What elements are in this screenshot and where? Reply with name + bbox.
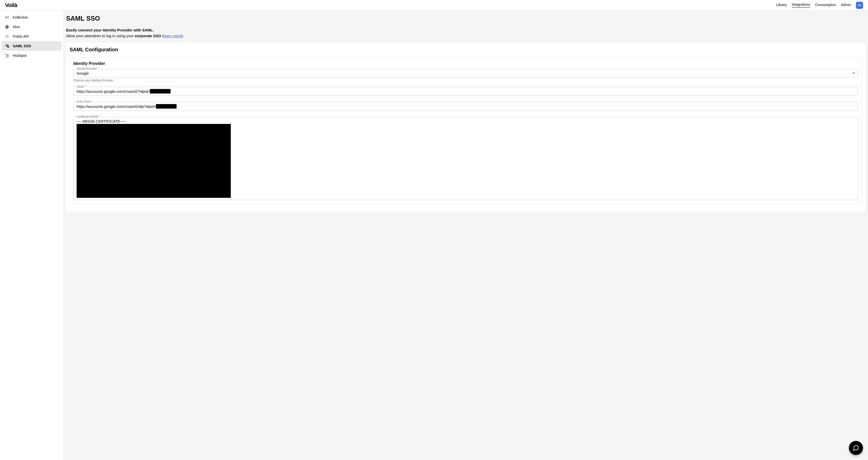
sidebar-item-label: HubSpot	[13, 54, 26, 58]
entry-point-input[interactable]: https://accounts.google.com/o/saml2/idp?…	[73, 102, 858, 111]
entry-point-prefix: https://accounts.google.com/o/saml2/idp?…	[76, 104, 156, 109]
identity-provider-select[interactable]: Google	[73, 69, 858, 78]
svg-point-10	[6, 57, 6, 58]
sidebar-item-saml-sso[interactable]: SAML SSO	[2, 41, 62, 51]
chat-icon	[853, 445, 859, 451]
field-label: Identity Provider *	[76, 67, 100, 70]
hive-icon: H	[5, 25, 9, 29]
top-nav: Library Integrations Consumption Admin D…	[776, 2, 863, 9]
api-icon	[5, 34, 9, 39]
sidebar-item-hive[interactable]: H Hive	[2, 22, 62, 32]
nav-library[interactable]: Library	[776, 3, 787, 7]
hubspot-icon	[5, 53, 9, 58]
learn-more-link[interactable]: learn more	[163, 34, 182, 38]
issuer-field: Issuer * https://accounts.google.com/o/s…	[73, 87, 858, 96]
user-avatar[interactable]: DB	[856, 2, 863, 9]
certificate-textarea[interactable]: -----BEGIN CERTIFICATE-----	[73, 117, 858, 200]
svg-text:H: H	[6, 26, 8, 28]
field-label: Issuer *	[76, 85, 87, 88]
certificate-field: Certificate (PEM) * -----BEGIN CERTIFICA…	[73, 117, 858, 200]
redacted-block	[150, 89, 170, 93]
cert-begin-line: -----BEGIN CERTIFICATE-----	[76, 119, 855, 123]
issuer-prefix: https://accounts.google.com/o/saml2?idpi…	[76, 89, 150, 93]
sidebar-item-label: Kollective	[13, 15, 28, 19]
main-content: SAML SSO Easily connect your Identity Pr…	[64, 10, 868, 460]
issuer-input[interactable]: https://accounts.google.com/o/saml2?idpi…	[73, 87, 858, 96]
field-label: Entry Point *	[76, 100, 93, 103]
page-intro: Easily connect your Identity Provider wi…	[66, 27, 866, 39]
panel-title: Identity Provider	[73, 61, 858, 66]
sidebar-item-kollective[interactable]: Kollective	[2, 12, 62, 22]
field-label: Certificate (PEM) *	[76, 115, 101, 118]
identity-provider-panel: Identity Provider Identity Provider * Go…	[69, 58, 862, 204]
nav-admin[interactable]: Admin	[841, 3, 851, 7]
redacted-block	[76, 124, 231, 198]
kollective-icon	[5, 15, 9, 20]
entry-point-field: Entry Point * https://accounts.google.co…	[73, 102, 858, 111]
svg-point-6	[6, 46, 8, 47]
page-title: SAML SSO	[66, 15, 866, 22]
help-fab[interactable]	[849, 441, 863, 455]
svg-point-9	[5, 54, 6, 55]
nav-integrations[interactable]: Integrations	[792, 2, 810, 8]
intro-headline: Easily connect your Identity Provider wi…	[66, 27, 866, 33]
nav-consumption[interactable]: Consumption	[815, 3, 836, 7]
config-card: SAML Configuration Identity Provider Ide…	[66, 43, 866, 211]
provider-helper: Choose your Identity Provider.	[73, 79, 858, 82]
sidebar-item-public-api[interactable]: Public API	[2, 32, 62, 41]
chevron-down-icon	[852, 73, 855, 74]
sso-icon	[5, 44, 9, 48]
topbar: Voilà Library Integrations Consumption A…	[0, 0, 868, 10]
intro-line: Allow your attendees to log in using you…	[66, 33, 866, 39]
svg-point-0	[7, 17, 7, 18]
identity-provider-field: Identity Provider * Google	[73, 69, 858, 78]
card-title: SAML Configuration	[69, 47, 862, 53]
select-value: Google	[76, 71, 852, 76]
brand-logo: Voilà	[5, 2, 17, 8]
sidebar-item-label: SAML SSO	[13, 44, 31, 48]
sidebar-item-hubspot[interactable]: HubSpot	[2, 51, 62, 60]
sidebar: Kollective H Hive Public API SAML SSO Hu…	[0, 10, 64, 460]
redacted-block	[156, 104, 177, 109]
sidebar-item-label: Hive	[13, 25, 20, 29]
sidebar-item-label: Public API	[13, 34, 29, 38]
